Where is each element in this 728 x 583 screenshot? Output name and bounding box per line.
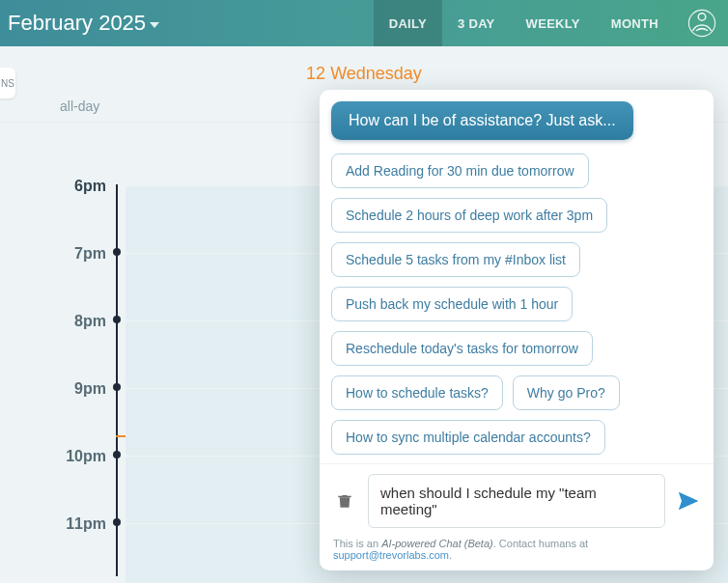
caret-down-icon [150,22,159,28]
view-tab-daily[interactable]: DAILY [374,0,442,46]
ai-chat-panel: How can I be of assistance? Just ask... … [320,90,714,570]
suggestion-chip[interactable]: Reschedule today's tasks for tomorrow [331,331,593,366]
suggestion-list: Add Reading for 30 min due tomorrow Sche… [331,153,702,463]
hour-label: 7pm [0,245,106,263]
chat-body: How can I be of assistance? Just ask... … [320,90,714,463]
support-link[interactable]: support@trevorlabs.com [333,549,449,561]
trash-icon [336,492,353,510]
suggestion-chip[interactable]: Schedule 5 tasks from my #Inbox list [331,242,580,277]
chat-footer: This is an AI-powered Chat (Beta). Conta… [320,532,714,570]
send-button[interactable] [675,487,702,514]
suggestion-chip[interactable]: Add Reading for 30 min due tomorrow [331,153,589,188]
clear-input-button[interactable] [331,487,358,514]
suggestion-chip[interactable]: How to sync multiple calendar accounts? [331,420,605,455]
svg-point-1 [688,10,714,36]
hour-label: 10pm [0,448,106,465]
view-tab-3day[interactable]: 3 DAY [442,0,511,46]
view-tab-month[interactable]: MONTH [596,0,674,46]
suggestion-chip[interactable]: Push back my schedule with 1 hour [331,287,573,321]
chat-input-row [320,463,714,532]
hour-label: 9pm [0,380,106,398]
svg-rect-2 [338,496,351,498]
hour-label: 6pm [0,178,106,195]
suggestion-chip[interactable]: Schedule 2 hours of deep work after 3pm [331,198,607,233]
suggestion-chip[interactable]: Why go Pro? [513,375,620,410]
send-icon [677,489,700,513]
month-picker[interactable]: February 2025 [8,11,159,36]
meditation-avatar-icon[interactable] [687,9,716,38]
allday-label: all-day [60,98,99,114]
assistant-prompt-bubble: How can I be of assistance? Just ask... [331,101,633,140]
month-label: February 2025 [8,11,146,36]
day-header: 12 Wednesday [0,46,728,90]
view-tab-weekly[interactable]: WEEKLY [511,0,596,46]
hour-label: 8pm [0,313,106,330]
app-header: February 2025 DAILY 3 DAY WEEKLY MONTH [0,0,728,46]
suggestion-chip[interactable]: How to schedule tasks? [331,375,503,410]
hour-label: 11pm [0,515,106,533]
view-tabs: DAILY 3 DAY WEEKLY MONTH [374,0,674,46]
chat-input[interactable] [368,474,665,528]
svg-point-0 [698,14,706,21]
